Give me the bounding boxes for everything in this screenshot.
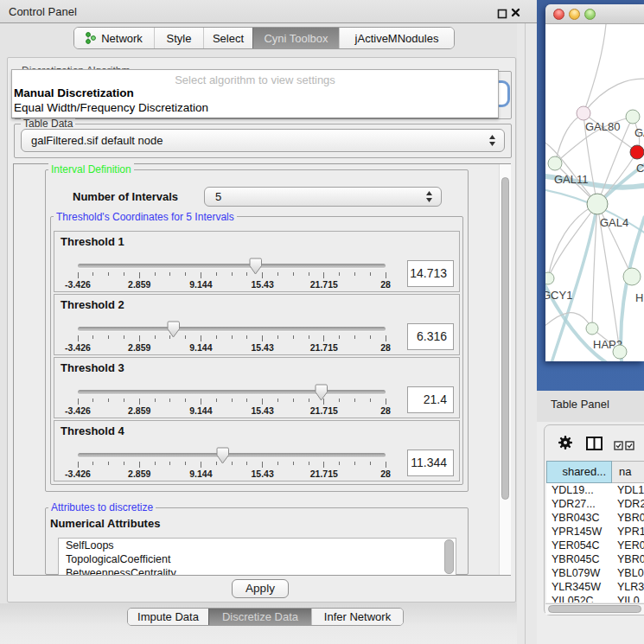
select-functions-icon[interactable]	[625, 438, 634, 454]
bottom-tab-impute-data[interactable]: Impute Data	[128, 609, 208, 625]
cell-shared-name: YDR27...	[546, 497, 612, 511]
bottom-tab-infer-network[interactable]: Infer Network	[311, 609, 403, 625]
dropdown-item-equal-width-frequency-discretization[interactable]: Equal Width/Frequency Discretization	[14, 101, 208, 114]
slider-tick	[386, 272, 386, 278]
number-of-intervals-spinner[interactable]: 5	[204, 187, 442, 207]
table-row[interactable]: YBR043CYBR0	[546, 511, 644, 525]
bottom-tab-discretize-data[interactable]: Discretize Data	[208, 609, 311, 625]
window-minimize-light[interactable]	[569, 9, 580, 20]
slider-thumb[interactable]	[248, 258, 263, 279]
select-attributes-icon[interactable]	[614, 438, 623, 454]
gear-icon[interactable]	[558, 435, 573, 454]
table-row[interactable]: YDR27...YDR2	[546, 497, 644, 511]
panel-splitter[interactable]	[517, 23, 537, 644]
slider-tick	[185, 462, 186, 465]
close-icon[interactable]	[510, 6, 521, 17]
slider-tick-label: 9.144	[179, 469, 222, 479]
threshold-value-field[interactable]: 21.4	[407, 386, 454, 413]
numerical-attributes-list[interactable]: SelfLoopsTopologicalCoefficientBetweenne…	[58, 538, 456, 575]
threshold-value-field[interactable]: 6.316	[407, 323, 454, 350]
table-row[interactable]: YPR145WYPR1	[546, 525, 644, 539]
slider-thumb[interactable]	[314, 384, 328, 405]
slider-tick	[92, 462, 93, 465]
slider-tick	[293, 462, 294, 465]
tab-select[interactable]: Select	[203, 28, 252, 48]
network-node-gal80[interactable]	[577, 106, 590, 120]
slider-track[interactable]	[78, 390, 386, 394]
table-row[interactable]: YDL19...YDL1	[546, 483, 644, 497]
attribute-item-betweennesscentrality[interactable]: BetweennessCentrality	[59, 566, 456, 575]
tab-cyni-toolbox[interactable]: Cyni Toolbox	[252, 28, 339, 48]
network-node-c[interactable]	[630, 145, 644, 159]
network-node-gal11[interactable]	[548, 156, 562, 170]
slider-track[interactable]	[78, 327, 386, 331]
spinner-arrows-icon[interactable]	[425, 190, 433, 207]
interval-definition-label: Interval Definition	[48, 163, 134, 175]
apply-button[interactable]: Apply	[232, 579, 289, 598]
table-row[interactable]: YBR045CYBR0	[546, 552, 644, 566]
threshold-value-field[interactable]: 11.344	[407, 450, 454, 476]
table-row[interactable]: YLR345WYLR3	[546, 580, 644, 594]
slider-tick	[124, 399, 124, 402]
network-node-h[interactable]	[623, 268, 641, 285]
network-node[interactable]	[613, 345, 627, 359]
slider-tick-label: 28	[364, 342, 407, 353]
tab-style[interactable]: Style	[154, 28, 203, 48]
attributes-scrollbar-thumb[interactable]	[444, 539, 454, 574]
cell-shared-name: YLR345W	[546, 580, 612, 594]
network-node-gal4[interactable]	[587, 194, 608, 214]
float-icon[interactable]	[497, 7, 507, 17]
tab-network[interactable]: Network	[74, 28, 154, 48]
tab-label: Network	[101, 32, 143, 45]
slider-thumb[interactable]	[215, 447, 230, 469]
window-close-light[interactable]	[553, 9, 564, 20]
slider-tick	[185, 335, 186, 339]
slider-tick	[201, 399, 201, 405]
slider-thumb[interactable]	[166, 321, 181, 342]
network-node-gcy1[interactable]	[545, 272, 554, 284]
thresholds-group-label: Threshold's Coordinates for 5 Intervals	[54, 211, 237, 223]
slider-tick	[246, 462, 247, 465]
table-row[interactable]: YER054CYER0	[546, 539, 644, 552]
slider-tick	[139, 462, 140, 468]
slider-tick	[339, 399, 340, 402]
column-header-0[interactable]: shared...	[546, 461, 612, 483]
network-node-hap2[interactable]	[586, 322, 598, 335]
slider-tick	[246, 335, 247, 339]
settings-scrollbar-thumb[interactable]	[501, 177, 509, 500]
table-data-combobox[interactable]: galFiltered.sif default node	[21, 129, 505, 152]
slider-tick	[108, 399, 109, 402]
column-layout-icon[interactable]	[586, 437, 603, 454]
dropdown-item-manual-discretization[interactable]: Manual Discretization	[14, 86, 134, 99]
table-panel-titlebar: Table Panel	[537, 391, 644, 422]
slider-track[interactable]	[78, 453, 386, 457]
slider-tick	[92, 272, 93, 276]
combo-arrows-icon	[488, 134, 496, 150]
tab-jactivemnodules[interactable]: jActiveMNodules	[339, 28, 454, 48]
window-zoom-light[interactable]	[584, 9, 596, 20]
table-row[interactable]: YIL052CYIL0	[546, 594, 644, 603]
slider-track[interactable]	[78, 264, 386, 268]
slider-tick	[155, 399, 156, 402]
slider-tick	[216, 399, 217, 402]
network-window-titlebar[interactable]	[545, 4, 644, 24]
threshold-value-field[interactable]: 14.713	[407, 260, 454, 287]
slider-tick	[108, 335, 109, 339]
slider-tick	[201, 462, 201, 468]
slider-tick	[216, 335, 217, 339]
attribute-item-topologicalcoefficient[interactable]: TopologicalCoefficient	[59, 552, 456, 566]
table-panel-title: Table Panel	[551, 398, 609, 411]
column-header-1[interactable]: na	[612, 461, 644, 483]
slider-tick	[339, 462, 340, 465]
table-row[interactable]: YBL079WYBL0	[546, 566, 644, 580]
table-hscrollbar-thumb[interactable]	[548, 605, 641, 613]
network-canvas[interactable]: GAL80GACGAL11GAL4HGCY1HAP2	[545, 24, 644, 361]
node-label: C	[636, 162, 644, 175]
slider-tick-label: 15.43	[241, 405, 284, 416]
slider-tick	[155, 272, 156, 276]
slider-tick	[309, 399, 309, 402]
slider-tick	[108, 272, 109, 276]
slider-tick-label: 9.144	[179, 405, 222, 416]
attribute-item-selfloops[interactable]: SelfLoops	[59, 539, 456, 552]
network-node-ga[interactable]	[626, 110, 640, 124]
